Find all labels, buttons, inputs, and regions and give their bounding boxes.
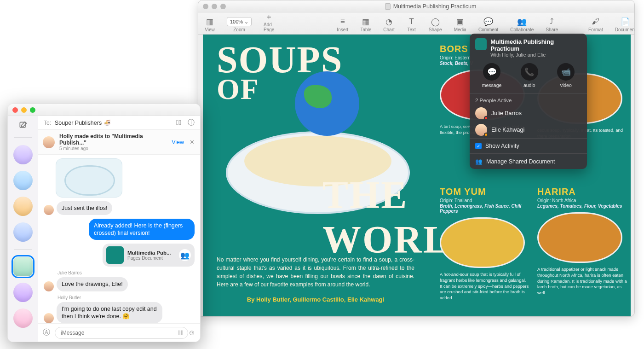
message-input[interactable]: [55, 327, 188, 339]
conversation-header: To: Souper Publishers 🍜 ▢⃞ ⓘ: [38, 116, 200, 130]
message-composer: Ⓐ ⦀⦀ ☺: [38, 323, 200, 342]
window-controls: [203, 4, 226, 9]
media-button[interactable]: ▣Media: [454, 17, 466, 32]
collab-doc-title: Multimedia Publishing Practicum: [490, 38, 581, 52]
collab-person-julie[interactable]: Julie Barros: [470, 105, 587, 122]
pages-window: Multimedia Publishing Practicum ▥View 10…: [198, 0, 635, 317]
message-bubble-incoming[interactable]: Just sent the illos!: [57, 201, 112, 215]
apps-button[interactable]: Ⓐ: [43, 328, 50, 337]
collab-participants-summary: With Holly, Julie and Elie: [490, 52, 581, 58]
message-thread[interactable]: Just sent the illos! Already added! Here…: [38, 155, 200, 323]
conversation-sidebar: [8, 116, 38, 342]
avatar-icon: [43, 136, 55, 148]
minimize-window-button[interactable]: [21, 107, 27, 113]
active-count-label: 2 People Active: [470, 94, 587, 105]
message-bubble-incoming[interactable]: Love the drawings, Elie!: [57, 277, 128, 291]
document-button[interactable]: 📄Document: [615, 17, 635, 32]
attachment-collab-button[interactable]: 👥: [179, 249, 191, 261]
close-window-button[interactable]: [12, 107, 18, 113]
conversation-avatar[interactable]: [13, 145, 33, 164]
banner-time: 5 minutes ago: [59, 146, 167, 151]
conversation-avatar[interactable]: [13, 222, 33, 242]
collab-audio-button[interactable]: 📞audio: [521, 63, 538, 88]
messages-window: To: Souper Publishers 🍜 ▢⃞ ⓘ Holly made …: [7, 104, 201, 342]
pages-toolbar: ▥View 100% ⌄Zoom ＋Add Page ≡Insert ▦Tabl…: [198, 12, 634, 35]
shape-button[interactable]: ◯Shape: [429, 17, 442, 32]
banner-text: Holly made edits to "Multimedia Publish.…: [59, 133, 167, 146]
document-icon: [385, 3, 391, 10]
checkbox-checked-icon: ✓: [475, 143, 482, 149]
collab-person-elie[interactable]: Elie Kahwagi: [470, 122, 587, 138]
minimize-window-button[interactable]: [212, 4, 217, 9]
avatar-icon: [44, 205, 54, 215]
message-bubble-incoming[interactable]: I'm going to do one last copy edit and t…: [57, 302, 162, 324]
avatar-icon: [44, 281, 54, 291]
insert-button[interactable]: ≡Insert: [337, 17, 348, 32]
zoom-dropdown[interactable]: 100% ⌄Zoom: [227, 17, 252, 32]
conversation-main: To: Souper Publishers 🍜 ▢⃞ ⓘ Holly made …: [38, 116, 200, 342]
zoom-window-button[interactable]: [30, 107, 35, 113]
conversation-avatar[interactable]: [13, 171, 33, 190]
table-button[interactable]: ▦Table: [360, 17, 371, 32]
zoom-window-button[interactable]: [220, 4, 226, 9]
conversation-avatar[interactable]: [13, 308, 33, 328]
avatar-icon: [44, 313, 54, 323]
close-window-button[interactable]: [203, 4, 208, 9]
sender-label: Julie Barros: [58, 270, 195, 275]
message-icon: 💬: [483, 63, 500, 81]
collaborate-popover: Multimedia Publishing Practicum With Hol…: [470, 34, 587, 169]
group-icon: 👥: [475, 158, 483, 165]
collab-video-button[interactable]: 📹video: [557, 63, 575, 88]
conversation-name: Souper Publishers 🍜: [55, 119, 111, 126]
collab-actions: 💬message 📞audio 📹video: [470, 60, 587, 94]
comment-button[interactable]: 💬Comment: [478, 17, 498, 32]
phone-icon: 📞: [521, 63, 538, 81]
facetime-video-button[interactable]: ▢⃞: [176, 118, 181, 127]
activity-banner: Holly made edits to "Multimedia Publish.…: [38, 130, 200, 155]
person-name: Elie Kahwagi: [491, 127, 524, 133]
message-bubble-outgoing[interactable]: Already added! Here is the (fingers cros…: [89, 219, 195, 240]
compose-button[interactable]: [18, 121, 28, 130]
attachment-title: Multimedia Pub...: [127, 250, 175, 256]
document-title-text: Multimedia Publishing Practicum: [393, 3, 477, 10]
add-page-button[interactable]: ＋Add Page: [264, 12, 274, 32]
messages-titlebar[interactable]: [8, 104, 200, 116]
share-button[interactable]: ⤴Share: [546, 17, 558, 32]
show-activity-toggle[interactable]: ✓ Show Activity: [470, 138, 587, 153]
person-name: Julie Barros: [491, 110, 522, 116]
document-thumbnail-icon: [475, 38, 487, 50]
avatar-icon: [475, 124, 487, 136]
document-title: Multimedia Publishing Practicum: [231, 3, 630, 10]
manage-shared-document-button[interactable]: 👥 Manage Shared Document: [470, 153, 587, 169]
banner-close-button[interactable]: ✕: [189, 139, 196, 145]
image-message[interactable]: [56, 158, 122, 198]
conversation-avatar[interactable]: [13, 197, 33, 216]
pages-titlebar[interactable]: Multimedia Publishing Practicum: [198, 0, 634, 12]
collaborate-button[interactable]: 👥Collaborate: [510, 17, 534, 32]
soup-illustration: [537, 212, 622, 263]
byline[interactable]: By Holly Butler, Guillermo Castillo, Eli…: [217, 296, 414, 303]
view-button[interactable]: ▥View: [205, 17, 215, 32]
intro-paragraph[interactable]: No matter where you find yourself dining…: [217, 256, 414, 289]
soup-column-harira[interactable]: HARIRA Origin: North Africa Legumes, Tom…: [537, 186, 627, 296]
conversation-avatar-selected[interactable]: [13, 257, 33, 276]
emoji-picker-button[interactable]: ☺: [188, 329, 196, 337]
document-attachment[interactable]: Multimedia Pub... Pages Document 👥: [103, 244, 195, 267]
banner-view-button[interactable]: View: [172, 139, 184, 145]
avatar-icon: [475, 107, 487, 119]
details-button[interactable]: ⓘ: [188, 118, 195, 127]
pages-document-icon: [106, 246, 124, 264]
text-button[interactable]: TText: [407, 17, 417, 32]
attachment-subtitle: Pages Document: [127, 256, 175, 261]
sender-label: Holly Butler: [58, 295, 195, 300]
audio-message-button[interactable]: ⦀⦀: [178, 329, 184, 337]
divider: [14, 249, 32, 250]
collab-message-button[interactable]: 💬message: [482, 63, 502, 88]
soup-illustration: [440, 217, 525, 268]
chart-button[interactable]: ◔Chart: [383, 17, 394, 32]
format-button[interactable]: 🖌Format: [588, 17, 603, 32]
conversation-avatar[interactable]: [13, 283, 33, 302]
to-label: To:: [44, 120, 51, 126]
soup-column-tomyum[interactable]: TOM YUM Origin: Thailand Broth, Lemongra…: [440, 186, 529, 301]
video-icon: 📹: [557, 63, 575, 81]
